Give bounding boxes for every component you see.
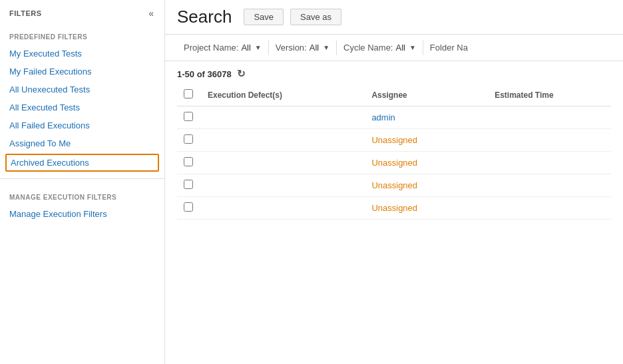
row-time-cell [488, 174, 611, 197]
sidebar-item-all-failed-executions[interactable]: All Failed Executions [0, 116, 164, 134]
version-arrow: ▼ [323, 44, 329, 51]
row-defects-cell [201, 106, 365, 129]
row-checkbox-cell [177, 129, 201, 152]
cycle-name-filter[interactable]: Cycle Name: All ▼ [337, 40, 423, 55]
table-row: Unassigned [177, 174, 611, 197]
sidebar-divider [0, 178, 164, 179]
col-header-assignee: Assignee [365, 84, 488, 106]
table-body: adminUnassignedUnassignedUnassignedUnass… [177, 106, 611, 220]
project-name-arrow: ▼ [255, 44, 262, 51]
row-time-cell [488, 129, 611, 152]
sidebar-item-all-executed-tests[interactable]: All Executed Tests [0, 98, 164, 116]
sidebar-item-manage-filters[interactable]: Manage Execution Filters [0, 205, 164, 223]
row-checkbox-cell [177, 106, 201, 129]
results-bar: 1-50 of 36078 ↻ [165, 61, 623, 84]
cycle-name-arrow: ▼ [409, 44, 416, 51]
folder-name-filter[interactable]: Folder Na [423, 40, 479, 55]
row-time-cell [488, 197, 611, 220]
col-header-checkbox [177, 84, 201, 106]
manage-section-label: Manage Execution Filters [0, 184, 164, 205]
table-row: Unassigned [177, 129, 611, 152]
col-header-time: Estimated Time [488, 84, 611, 106]
row-assignee-cell: Unassigned [365, 129, 488, 152]
row-assignee-cell: Unassigned [365, 197, 488, 220]
save-as-button[interactable]: Save as [290, 9, 341, 25]
cycle-name-value: All [396, 43, 405, 53]
version-label: Version: [276, 43, 307, 53]
table-row: Unassigned [177, 197, 611, 220]
row-0-checkbox[interactable] [184, 112, 193, 121]
row-3-checkbox[interactable] [184, 180, 193, 189]
row-checkbox-cell [177, 174, 201, 197]
main-content: Search Save Save as Project Name: All ▼ … [165, 0, 623, 364]
executions-table: Execution Defect(s) Assignee Estimated T… [177, 84, 611, 220]
row-2-checkbox[interactable] [184, 157, 193, 166]
sidebar-collapse-button[interactable]: « [147, 8, 155, 19]
row-defects-cell [201, 152, 365, 174]
version-value: All [310, 43, 319, 53]
row-defects-cell [201, 197, 365, 220]
sidebar-header: Filters « [0, 0, 164, 24]
row-checkbox-cell [177, 152, 201, 174]
row-assignee-cell: Unassigned [365, 174, 488, 197]
sidebar-item-all-unexecuted-tests[interactable]: All Unexecuted Tests [0, 81, 164, 98]
predefined-filters-label: Predefined Filters [0, 24, 164, 45]
table-row: Unassigned [177, 152, 611, 174]
folder-name-label: Folder Na [430, 43, 468, 53]
row-4-checkbox[interactable] [184, 202, 193, 212]
row-checkbox-cell [177, 197, 201, 220]
sidebar-item-assigned-to-me[interactable]: Assigned To Me [0, 134, 164, 152]
refresh-icon[interactable]: ↻ [237, 68, 246, 80]
row-time-cell [488, 106, 611, 129]
project-name-value: All [241, 43, 250, 53]
version-filter[interactable]: Version: All ▼ [269, 40, 337, 55]
row-time-cell [488, 152, 611, 174]
cycle-name-label: Cycle Name: [343, 43, 393, 53]
select-all-checkbox[interactable] [184, 89, 193, 98]
row-defects-cell [201, 129, 365, 152]
save-button[interactable]: Save [244, 9, 284, 25]
row-assignee-cell: admin [365, 106, 488, 129]
sidebar-filters-label: Filters [9, 9, 42, 17]
table-container: Execution Defect(s) Assignee Estimated T… [165, 84, 623, 364]
main-header: Search Save Save as [165, 0, 623, 35]
row-1-checkbox[interactable] [184, 134, 193, 144]
sidebar-item-my-executed-tests[interactable]: My Executed Tests [0, 45, 164, 63]
page-title: Search [177, 7, 232, 27]
project-name-label: Project Name: [184, 43, 238, 53]
sidebar: Filters « Predefined Filters My Executed… [0, 0, 165, 364]
table-header-row: Execution Defect(s) Assignee Estimated T… [177, 84, 611, 106]
row-defects-cell [201, 174, 365, 197]
row-assignee-cell: Unassigned [365, 152, 488, 174]
sidebar-item-archived-executions[interactable]: Archived Executions [5, 154, 159, 172]
table-row: admin [177, 106, 611, 129]
filter-bar: Project Name: All ▼ Version: All ▼ Cycle… [165, 35, 623, 61]
col-header-defects: Execution Defect(s) [201, 84, 365, 106]
project-name-filter[interactable]: Project Name: All ▼ [177, 40, 269, 55]
results-range: 1-50 of 36078 [177, 69, 232, 79]
sidebar-item-my-failed-executions[interactable]: My Failed Executions [0, 63, 164, 81]
